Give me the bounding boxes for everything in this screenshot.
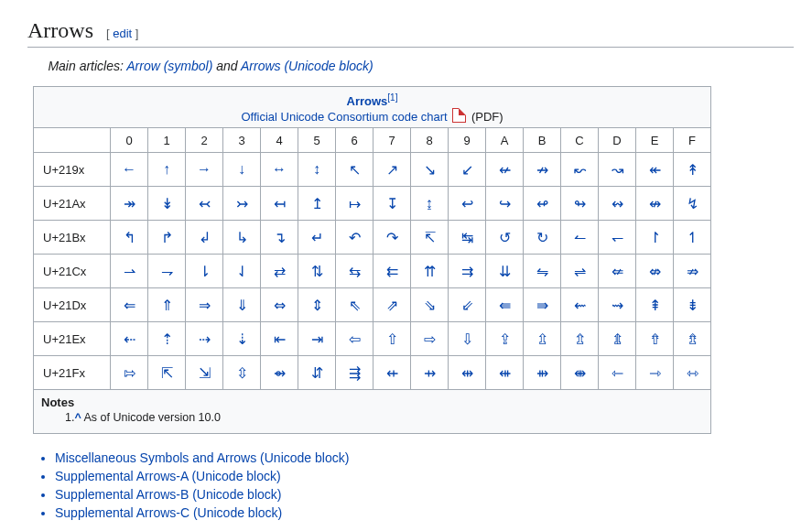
glyph-cell[interactable]: ↱ — [148, 221, 186, 255]
glyph-cell[interactable]: ⇺ — [486, 356, 524, 390]
glyph-cell[interactable]: ↦ — [336, 187, 374, 221]
glyph-cell[interactable]: ↲ — [186, 221, 223, 255]
glyph-cell[interactable]: ⇉ — [449, 255, 486, 288]
glyph-cell[interactable]: ↸ — [411, 221, 449, 255]
glyph-cell[interactable]: ↕ — [298, 153, 336, 187]
glyph-cell[interactable]: ↶ — [336, 221, 374, 255]
glyph-cell[interactable]: ⇷ — [374, 356, 411, 390]
see-also-link[interactable]: Supplemental Arrows-C (Unicode block) — [55, 505, 282, 520]
glyph-cell[interactable]: ⇾ — [636, 356, 674, 390]
glyph-cell[interactable]: ⇶ — [336, 356, 374, 390]
glyph-cell[interactable]: ↓ — [223, 153, 261, 187]
glyph-cell[interactable]: ⇱ — [148, 356, 186, 390]
glyph-cell[interactable]: ⇿ — [674, 356, 711, 390]
glyph-cell[interactable]: ↔ — [261, 153, 298, 187]
glyph-cell[interactable]: ← — [111, 153, 148, 187]
glyph-cell[interactable]: ⇰ — [111, 356, 148, 390]
glyph-cell[interactable]: ⇻ — [524, 356, 561, 390]
glyph-cell[interactable]: → — [186, 153, 223, 187]
glyph-cell[interactable]: ↳ — [223, 221, 261, 255]
glyph-cell[interactable]: ⇡ — [148, 322, 186, 356]
glyph-cell[interactable]: ⇧ — [374, 322, 411, 356]
glyph-cell[interactable]: ⇸ — [411, 356, 449, 390]
glyph-cell[interactable]: ↿ — [674, 221, 711, 255]
glyph-cell[interactable]: ↹ — [449, 221, 486, 255]
hatnote-link-1[interactable]: Arrow (symbol) — [126, 59, 212, 73]
glyph-cell[interactable]: ⇑ — [148, 288, 186, 322]
glyph-cell[interactable]: ↴ — [261, 221, 298, 255]
see-also-link[interactable]: Supplemental Arrows-B (Unicode block) — [55, 487, 281, 502]
glyph-cell[interactable]: ⇟ — [674, 288, 711, 322]
glyph-cell[interactable]: ⇒ — [186, 288, 223, 322]
glyph-cell[interactable]: ↙ — [449, 153, 486, 187]
glyph-cell[interactable]: ⇌ — [561, 255, 599, 288]
glyph-cell[interactable]: ↮ — [636, 187, 674, 221]
glyph-cell[interactable]: ⇙ — [449, 288, 486, 322]
glyph-cell[interactable]: ⇇ — [374, 255, 411, 288]
glyph-cell[interactable]: ⇼ — [561, 356, 599, 390]
see-also-link[interactable]: Supplemental Arrows-A (Unicode block) — [55, 469, 281, 483]
glyph-cell[interactable]: ⇆ — [336, 255, 374, 288]
glyph-cell[interactable]: ↡ — [148, 187, 186, 221]
glyph-cell[interactable]: ↻ — [524, 221, 561, 255]
glyph-cell[interactable]: ↝ — [599, 153, 636, 187]
glyph-cell[interactable]: ⇦ — [336, 322, 374, 356]
glyph-cell[interactable]: ↢ — [186, 187, 223, 221]
glyph-cell[interactable]: ⇋ — [524, 255, 561, 288]
glyph-cell[interactable]: ⇬ — [561, 322, 599, 356]
hatnote-link-2[interactable]: Arrows (Unicode block) — [241, 59, 374, 73]
glyph-cell[interactable]: ↭ — [599, 187, 636, 221]
see-also-link[interactable]: Miscellaneous Symbols and Arrows (Unicod… — [55, 450, 349, 465]
glyph-cell[interactable]: ⇽ — [599, 356, 636, 390]
glyph-cell[interactable]: ↥ — [298, 187, 336, 221]
glyph-cell[interactable]: ↤ — [261, 187, 298, 221]
glyph-cell[interactable]: ⇫ — [524, 322, 561, 356]
glyph-cell[interactable]: ⇓ — [223, 288, 261, 322]
glyph-cell[interactable]: ⇈ — [411, 255, 449, 288]
glyph-cell[interactable]: ⇐ — [111, 288, 148, 322]
glyph-cell[interactable]: ↬ — [561, 187, 599, 221]
glyph-cell[interactable]: ⇚ — [486, 288, 524, 322]
glyph-cell[interactable]: ↗ — [374, 153, 411, 187]
chart-title-ref[interactable]: [1] — [387, 92, 397, 103]
glyph-cell[interactable]: ⇭ — [599, 322, 636, 356]
glyph-cell[interactable]: ↜ — [561, 153, 599, 187]
glyph-cell[interactable]: ⇠ — [111, 322, 148, 356]
glyph-cell[interactable]: ↼ — [561, 221, 599, 255]
glyph-cell[interactable]: ↪ — [486, 187, 524, 221]
glyph-cell[interactable]: ↽ — [599, 221, 636, 255]
glyph-cell[interactable]: ⇏ — [674, 255, 711, 288]
glyph-cell[interactable]: ↨ — [411, 187, 449, 221]
glyph-cell[interactable]: ↟ — [674, 153, 711, 187]
glyph-cell[interactable]: ⇂ — [186, 255, 223, 288]
glyph-cell[interactable]: ⇪ — [486, 322, 524, 356]
glyph-cell[interactable]: ↠ — [111, 187, 148, 221]
glyph-cell[interactable]: ⇢ — [186, 322, 223, 356]
glyph-cell[interactable]: ⇝ — [599, 288, 636, 322]
glyph-cell[interactable]: ⇲ — [186, 356, 223, 390]
edit-link[interactable]: edit — [113, 27, 132, 40]
glyph-cell[interactable]: ⇨ — [411, 322, 449, 356]
glyph-cell[interactable]: ⇍ — [599, 255, 636, 288]
glyph-cell[interactable]: ↧ — [374, 187, 411, 221]
glyph-cell[interactable]: ⇎ — [636, 255, 674, 288]
glyph-cell[interactable]: ↺ — [486, 221, 524, 255]
pdf-icon[interactable] — [452, 108, 466, 123]
glyph-cell[interactable]: ⇞ — [636, 288, 674, 322]
glyph-cell[interactable]: ⇴ — [261, 356, 298, 390]
notes-backref[interactable]: ^ — [74, 411, 81, 424]
glyph-cell[interactable]: ↚ — [486, 153, 524, 187]
glyph-cell[interactable]: ↷ — [374, 221, 411, 255]
glyph-cell[interactable]: ⇖ — [336, 288, 374, 322]
glyph-cell[interactable]: ⇯ — [674, 322, 711, 356]
glyph-cell[interactable]: ⇵ — [298, 356, 336, 390]
chart-subtitle-link[interactable]: Official Unicode Consortium code chart — [241, 110, 447, 124]
glyph-cell[interactable]: ⇳ — [223, 356, 261, 390]
glyph-cell[interactable]: ⇀ — [111, 255, 148, 288]
glyph-cell[interactable]: ↯ — [674, 187, 711, 221]
glyph-cell[interactable]: ↰ — [111, 221, 148, 255]
glyph-cell[interactable]: ⇮ — [636, 322, 674, 356]
glyph-cell[interactable]: ⇄ — [261, 255, 298, 288]
glyph-cell[interactable]: ↵ — [298, 221, 336, 255]
glyph-cell[interactable]: ⇥ — [298, 322, 336, 356]
